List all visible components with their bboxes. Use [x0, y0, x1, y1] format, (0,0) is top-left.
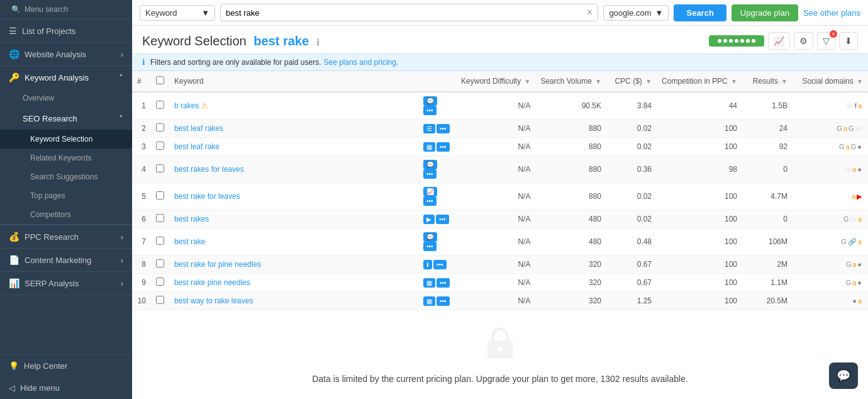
chat-tag[interactable]: 💬	[423, 160, 437, 169]
upgrade-plan-button[interactable]: Upgrade plan	[732, 4, 798, 21]
more-tag[interactable]: •••	[436, 215, 449, 224]
sidebar-website-analysis[interactable]: 🌐 Website Analysis ›	[0, 43, 132, 65]
select-all-checkbox[interactable]	[156, 76, 164, 84]
trend-tag[interactable]: 📈	[423, 187, 437, 196]
sidebar-content-marketing[interactable]: 📄 Content Marketing ›	[0, 249, 132, 271]
search-button[interactable]: Search	[674, 4, 726, 21]
search-input-wrap: ×	[220, 4, 598, 21]
col-social[interactable]: Social domains ▼	[793, 71, 868, 92]
info-circle-icon[interactable]: ℹ	[316, 37, 320, 47]
sidebar-sub-overview[interactable]: Overview	[0, 89, 132, 108]
row-checkbox[interactable]	[156, 142, 164, 150]
col-kd[interactable]: Keyword Difficulty ▼	[456, 71, 535, 92]
sidebar-serp-analysis[interactable]: 📊 SERP Analysis ›	[0, 272, 132, 295]
chat-button[interactable]: 💬	[829, 362, 858, 389]
row-num: 5	[132, 183, 151, 210]
sidebar-help-center[interactable]: 💡 Help Center	[0, 355, 132, 377]
more-tag[interactable]: •••	[437, 142, 450, 152]
sidebar: 🔍 Menu search ☰ List of Projects 🌐 Websi…	[0, 0, 132, 399]
dot1	[718, 39, 721, 43]
sidebar-sub-search-suggestions[interactable]: Search Suggestions	[0, 167, 132, 186]
row-checkbox[interactable]	[156, 164, 164, 172]
row-socials: Ga●	[793, 256, 868, 274]
more-tag[interactable]: •••	[423, 106, 437, 115]
row-kd: N/A	[456, 92, 535, 120]
row-checkbox[interactable]	[156, 101, 164, 109]
chat-tag[interactable]: 💬	[423, 232, 437, 242]
clear-input-button[interactable]: ×	[587, 7, 593, 18]
keyword-link[interactable]: best leaf rake	[174, 142, 220, 151]
more-tag[interactable]: •••	[437, 296, 450, 306]
search-input[interactable]	[226, 8, 584, 18]
wikipedia-icon: W	[847, 102, 853, 110]
sidebar-menu-search[interactable]: 🔍 Menu search	[0, 0, 132, 20]
see-other-plans-link[interactable]: See other plans	[803, 8, 860, 18]
col-results[interactable]: Results ▼	[742, 71, 793, 92]
sidebar-item-projects[interactable]: ☰ List of Projects	[0, 20, 132, 43]
chart-view-button[interactable]: 📈	[768, 32, 790, 50]
settings-button[interactable]: ⚙	[794, 32, 813, 50]
chat-tag[interactable]: 💬	[423, 96, 437, 106]
row-check	[151, 156, 169, 183]
col-tags	[418, 71, 456, 92]
more-tag[interactable]: •••	[423, 242, 437, 251]
sidebar-sub-keyword-selection[interactable]: Keyword Selection	[0, 130, 132, 149]
info-tag[interactable]: ℹ	[423, 260, 432, 269]
row-checkbox[interactable]	[156, 191, 164, 200]
more-tag[interactable]: •••	[433, 260, 447, 269]
row-checkbox[interactable]	[156, 259, 164, 267]
sidebar-seo-research-header[interactable]: SEO Research ˅	[0, 108, 132, 130]
bar-tag[interactable]: ▦	[423, 142, 435, 152]
keyword-link[interactable]: b rakes	[174, 101, 199, 110]
row-checkbox[interactable]	[156, 296, 164, 304]
sidebar-ppc-research[interactable]: 💰 PPC Research ›	[0, 225, 132, 248]
row-kd: N/A	[456, 183, 535, 210]
google-icon: G	[837, 125, 842, 132]
dot4	[735, 39, 738, 43]
keyword-link[interactable]: best rakes	[174, 215, 209, 223]
filter-button[interactable]: ▽ ×	[817, 32, 835, 50]
col-cpc[interactable]: CPC ($) ▼	[606, 71, 657, 92]
dots-progress-button[interactable]	[709, 35, 764, 47]
video-tag[interactable]: ▶	[423, 215, 435, 224]
keyword-link[interactable]: best rakes for leaves	[174, 165, 244, 174]
sidebar-hide-menu[interactable]: ◁ Hide menu	[0, 377, 132, 399]
more-tag[interactable]: •••	[423, 169, 437, 179]
col-ppc[interactable]: Competition in PPC ▼	[657, 71, 742, 92]
row-checkbox[interactable]	[156, 278, 164, 286]
row-keyword: best way to rake leaves	[169, 292, 418, 310]
row-checkbox[interactable]	[156, 123, 164, 132]
info-message: Filters and sorting are only available f…	[150, 58, 321, 67]
keyword-link[interactable]: best rake	[174, 237, 205, 246]
row-keyword: best rakes for leaves	[169, 156, 418, 183]
pricing-link[interactable]: See plans and pricing.	[323, 58, 398, 67]
website-analysis-label: Website Analysis	[25, 50, 86, 59]
col-sv[interactable]: Search Volume ▼	[535, 71, 606, 92]
sidebar-keyword-analysis[interactable]: 🔑 Keyword Analysis ˅	[0, 66, 132, 89]
more-tag[interactable]: •••	[437, 124, 450, 133]
sidebar-sub-competitors[interactable]: Competitors	[0, 205, 132, 224]
row-ppc: 100	[657, 274, 742, 292]
keyword-type-select[interactable]: Keyword ▼	[140, 5, 215, 21]
keyword-link[interactable]: best leaf rakes	[174, 124, 223, 133]
row-num: 1	[132, 92, 151, 120]
bar-tag[interactable]: ▦	[423, 296, 435, 306]
sidebar-sub-related-keywords[interactable]: Related Keywords	[0, 149, 132, 167]
keyword-link[interactable]: best rake for pine needles	[174, 260, 261, 269]
export-button[interactable]: ⬇	[839, 32, 858, 50]
row-checkbox[interactable]	[156, 214, 164, 222]
list-tag[interactable]: ☰	[423, 124, 435, 133]
bar-tag[interactable]: ▦	[423, 278, 435, 288]
row-results: 4.7M	[742, 183, 793, 210]
more-tag[interactable]: •••	[437, 278, 450, 288]
row-checkbox[interactable]	[156, 237, 164, 245]
keyword-link[interactable]: best way to rake leaves	[174, 296, 253, 305]
sidebar-sub-top-pages[interactable]: Top pages	[0, 186, 132, 205]
keyword-link[interactable]: best rake pine needles	[174, 278, 250, 287]
engine-select[interactable]: google.com ▼	[603, 5, 669, 21]
amazon-icon: a	[858, 238, 862, 245]
row-ppc: 100	[657, 292, 742, 310]
keyword-link[interactable]: best rake for leaves	[174, 192, 240, 201]
chart-icon: 📈	[774, 36, 784, 46]
more-tag[interactable]: •••	[423, 196, 437, 206]
